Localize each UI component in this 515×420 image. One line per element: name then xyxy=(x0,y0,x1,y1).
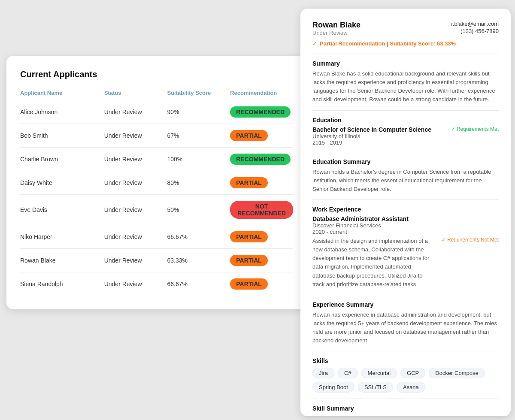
col-recommendation: Recommendation xyxy=(230,90,293,96)
company: Discover Financial Services xyxy=(312,222,499,229)
applicant-status: Under Review xyxy=(104,281,167,287)
detail-name-block: Rowan Blake Under Review xyxy=(312,21,360,39)
applicant-recommendation: PARTIAL xyxy=(230,231,293,242)
table-row[interactable]: Alice Johnson Under Review 90% RECOMMEND… xyxy=(20,100,293,124)
divider-7 xyxy=(312,399,499,399)
divider-2 xyxy=(312,110,499,111)
applicant-name: Alice Johnson xyxy=(20,109,104,115)
divider-5 xyxy=(312,295,499,295)
recommendation-badge: PARTIAL xyxy=(230,278,268,290)
skill-tag: Mercurial xyxy=(361,368,397,378)
applicants-panel: Current Applicants Applicant Name Status… xyxy=(6,56,307,309)
edu-details-left: Bachelor of Science in Computer Science … xyxy=(312,126,431,146)
table-row[interactable]: Rowan Blake Under Review 63.33% PARTIAL xyxy=(20,249,293,272)
col-status: Status xyxy=(104,90,167,96)
applicant-name: Siena Randolph xyxy=(20,281,104,287)
applicant-status: Under Review xyxy=(104,156,167,163)
recommendation-badge: PARTIAL xyxy=(230,130,268,141)
exp-summary-title: Experience Summary xyxy=(312,301,499,308)
edu-req-status: ✓ Requirements Met xyxy=(451,126,499,132)
job-title: Database Administrator Assistant xyxy=(312,215,499,222)
applicant-recommendation: PARTIAL xyxy=(230,255,293,266)
applicant-status: Under Review xyxy=(104,132,167,139)
applicant-name: Niko Harper xyxy=(20,233,104,240)
applicant-score: 100% xyxy=(167,156,230,163)
table-row[interactable]: Daisy White Under Review 80% PARTIAL xyxy=(20,171,293,195)
applicant-status: Under Review xyxy=(104,257,167,264)
candidate-phone: (123) 456-7890 xyxy=(460,28,499,34)
table-row[interactable]: Charlie Brown Under Review 100% RECOMMEN… xyxy=(20,148,293,171)
applicant-status: Under Review xyxy=(104,206,167,213)
divider-3 xyxy=(312,152,499,152)
applicant-recommendation: NOT RECOMMENDED xyxy=(230,201,293,219)
skill-tag: C# xyxy=(338,368,358,378)
skills-title: Skills xyxy=(312,357,499,364)
recommendation-badge: PARTIAL xyxy=(230,231,268,242)
table-row[interactable]: Siena Randolph Under Review 66.67% PARTI… xyxy=(20,272,293,296)
table-row[interactable]: Niko Harper Under Review 66.67% PARTIAL xyxy=(20,225,293,249)
edu-institution: University of Illinois xyxy=(312,133,431,139)
col-name: Applicant Name xyxy=(20,90,104,96)
recommendation-badge: PARTIAL xyxy=(230,177,268,188)
applicant-status: Under Review xyxy=(104,179,167,186)
applicant-score: 67% xyxy=(167,132,230,139)
skill-tag: Docker Compose xyxy=(429,368,485,378)
applicant-status: Under Review xyxy=(104,233,167,240)
work-req-status: ✓ Requirements Not Met xyxy=(439,237,499,243)
applicant-status: Under Review xyxy=(104,109,167,115)
skill-tag: Jira xyxy=(312,368,334,378)
table-row[interactable]: Eve Davis Under Review 50% NOT RECOMMEND… xyxy=(20,195,293,225)
divider-1 xyxy=(312,54,499,54)
recommendation-badge: RECOMMENDED xyxy=(230,106,291,118)
education-block: Bachelor of Science in Computer Science … xyxy=(312,126,499,146)
skills-container: JiraC#MercurialGCPDocker ComposeSpring B… xyxy=(312,368,499,393)
skill-tag: Spring Boot xyxy=(312,382,354,393)
detail-panel: Rowan Blake Under Review r.blake@email.c… xyxy=(300,9,511,416)
edu-summary-title: Education Summary xyxy=(312,158,499,165)
applicant-score: 66.67% xyxy=(167,233,230,240)
applicant-score: 63.33% xyxy=(167,257,230,264)
candidate-status: Under Review xyxy=(312,30,360,36)
applicant-name: Eve Davis xyxy=(20,206,104,213)
divider-6 xyxy=(312,351,499,351)
check-icon: ✓ xyxy=(312,40,317,47)
applicant-recommendation: RECOMMENDED xyxy=(230,106,293,118)
applicant-recommendation: PARTIAL xyxy=(230,177,293,188)
applicant-score: 66.67% xyxy=(167,281,230,287)
applicant-recommendation: RECOMMENDED xyxy=(230,154,293,165)
table-row[interactable]: Bob Smith Under Review 67% PARTIAL xyxy=(20,124,293,148)
edu-row: Bachelor of Science in Computer Science … xyxy=(312,126,499,146)
col-score: Suitability Score xyxy=(167,90,230,96)
applicant-score: 80% xyxy=(167,179,230,186)
panel-title: Current Applicants xyxy=(20,69,293,79)
edu-degree: Bachelor of Science in Computer Science xyxy=(312,126,431,133)
applicant-name: Rowan Blake xyxy=(20,257,104,264)
edu-summary-text: Rowan holds a Bachelor's degree in Compu… xyxy=(312,168,499,193)
applicant-name: Bob Smith xyxy=(20,132,104,139)
edu-period: 2015 - 2019 xyxy=(312,139,431,146)
skill-tag: Asana xyxy=(397,382,425,393)
table-header: Applicant Name Status Suitability Score … xyxy=(20,90,293,100)
exp-summary-text: Rowan has experience in database adminis… xyxy=(312,311,499,345)
recommendation-text: Partial Recommendation | Suitability Sco… xyxy=(320,40,456,47)
work-description: Assisted in the design and implementatio… xyxy=(312,237,433,289)
work-block: Database Administrator Assistant Discove… xyxy=(312,215,499,289)
summary-title: Summary xyxy=(312,60,499,67)
applicant-score: 50% xyxy=(167,206,230,213)
recommendation-badge: NOT RECOMMENDED xyxy=(230,201,293,219)
recommendation-badge: RECOMMENDED xyxy=(230,154,291,165)
work-title: Work Experience xyxy=(312,206,499,213)
summary-text: Rowan Blake has a solid educational back… xyxy=(312,69,499,104)
applicant-name: Charlie Brown xyxy=(20,156,104,163)
skill-summary-text: Rowan possesses several relevant skills … xyxy=(312,414,499,416)
work-desc-row: Assisted in the design and implementatio… xyxy=(312,237,499,289)
work-period: 2020 - current xyxy=(312,229,499,235)
divider-4 xyxy=(312,199,499,200)
applicant-score: 90% xyxy=(167,109,230,115)
skill-tag: GCP xyxy=(400,368,425,378)
applicant-recommendation: PARTIAL xyxy=(230,130,293,141)
education-title: Education xyxy=(312,117,499,124)
candidate-email: r.blake@email.com xyxy=(451,21,499,27)
applicant-name: Daisy White xyxy=(20,179,104,186)
detail-header: Rowan Blake Under Review r.blake@email.c… xyxy=(312,21,499,39)
